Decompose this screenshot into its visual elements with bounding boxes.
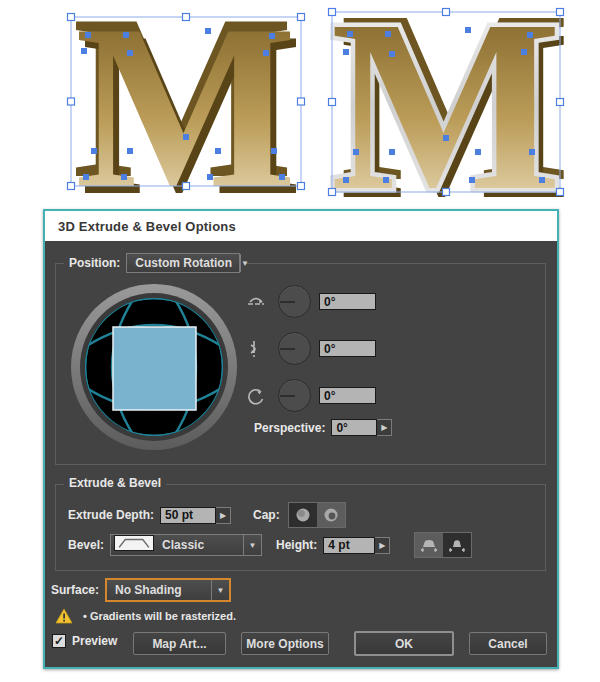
3d-extrude-bevel-dialog: 3D Extrude & Bevel Options Position: Cus… [43, 209, 559, 669]
anchor-point[interactable] [183, 134, 189, 140]
anchor-point[interactable] [389, 149, 395, 155]
bevel-row: Bevel: Classic ▼ Height: 4 pt ▶ [68, 532, 472, 558]
anchor-point[interactable] [127, 50, 133, 56]
selection-handle[interactable] [68, 98, 75, 105]
selection-handle[interactable] [183, 14, 190, 21]
anchor-point[interactable] [469, 177, 475, 183]
anchor-point[interactable] [269, 33, 275, 39]
anchor-point[interactable] [347, 31, 353, 37]
anchor-point[interactable] [207, 174, 213, 180]
selection-handle[interactable] [557, 189, 564, 196]
warning-icon [55, 608, 73, 624]
anchor-point[interactable] [279, 174, 285, 180]
anchor-point[interactable] [121, 174, 127, 180]
bevel-dropdown-value: Classic [160, 535, 243, 555]
rotate-x-field[interactable]: 0° [319, 293, 376, 310]
rotate-z-row: 0° [247, 379, 376, 412]
anchor-point[interactable] [127, 148, 133, 154]
selection-handle[interactable] [298, 14, 305, 21]
letter-object-extruded[interactable]: M M M [58, 3, 310, 203]
dialog-title: 3D Extrude & Bevel Options [45, 211, 557, 241]
bevel-classic-preview-icon [114, 535, 154, 551]
selection-handle[interactable] [329, 99, 336, 106]
anchor-point[interactable] [205, 28, 211, 34]
bevel-extent-in-icon [448, 537, 466, 553]
extrude-depth-row: Extrude Depth: 50 pt ▶ Cap: [68, 502, 346, 528]
selection-handle[interactable] [443, 9, 450, 16]
bevel-extent-out-icon [420, 537, 438, 553]
extrude-bevel-legend: Extrude & Bevel [69, 476, 161, 490]
selection-handle[interactable] [557, 99, 564, 106]
cap-hollow-button[interactable] [317, 503, 345, 527]
anchor-point[interactable] [529, 149, 535, 155]
letter-object-beveled[interactable]: M M M M [316, 0, 580, 205]
artboard: M M M M [0, 0, 600, 210]
selection-handle[interactable] [183, 183, 190, 190]
rotate-y-row: 0° [247, 332, 376, 365]
anchor-point[interactable] [343, 177, 349, 183]
rotate-x-dial[interactable] [278, 285, 311, 318]
anchor-point[interactable] [271, 148, 277, 154]
anchor-point[interactable] [83, 174, 89, 180]
rotate-x-axis-icon [247, 293, 265, 311]
anchor-point[interactable] [527, 32, 533, 38]
bevel-extent-in-button[interactable] [443, 533, 471, 557]
preview-control: ✓ Preview [52, 634, 117, 648]
surface-dropdown[interactable]: No Shading ▼ [105, 578, 231, 602]
position-dropdown[interactable]: Custom Rotation ▼ [126, 253, 240, 273]
bevel-height-spinner-button[interactable]: ▶ [375, 537, 390, 554]
anchor-point[interactable] [343, 49, 349, 55]
surface-row: Surface: No Shading ▼ [51, 578, 231, 602]
anchor-point[interactable] [263, 50, 269, 56]
extrude-depth-spinner-button[interactable]: ▶ [216, 507, 231, 524]
perspective-spinner-button[interactable]: ▶ [377, 419, 392, 436]
selection-handle[interactable] [68, 14, 75, 21]
rotate-y-dial[interactable] [278, 332, 311, 365]
anchor-point[interactable] [353, 149, 359, 155]
anchor-point[interactable] [383, 177, 389, 183]
anchor-point[interactable] [475, 149, 481, 155]
selection-handle[interactable] [329, 189, 336, 196]
rotate-z-dial[interactable] [278, 379, 311, 412]
position-dropdown-value: Custom Rotation [127, 254, 240, 272]
rotate-y-field[interactable]: 0° [319, 340, 376, 357]
selection-handle[interactable] [68, 183, 75, 190]
anchor-point[interactable] [91, 148, 97, 154]
anchor-point[interactable] [85, 32, 91, 38]
anchor-point[interactable] [465, 27, 471, 33]
cap-solid-button[interactable] [289, 503, 317, 527]
selection-handle[interactable] [329, 9, 336, 16]
selection-handle[interactable] [298, 98, 305, 105]
bevel-extent-out-button[interactable] [415, 533, 443, 557]
bevel-dropdown[interactable]: Classic ▼ [110, 534, 262, 556]
map-art-button[interactable]: Map Art... [133, 632, 226, 655]
track-cube-preview[interactable] [70, 283, 238, 451]
bevel-height-label: Height: [276, 538, 317, 552]
cancel-button[interactable]: Cancel [469, 632, 547, 655]
extrude-depth-label: Extrude Depth: [68, 508, 154, 522]
bevel-height-field[interactable]: 4 pt [323, 537, 375, 554]
selection-handle[interactable] [298, 183, 305, 190]
footer-row: ✓ Preview Map Art... More Options OK Can… [45, 630, 557, 660]
anchor-point[interactable] [215, 148, 221, 154]
rotate-z-field[interactable]: 0° [319, 387, 376, 404]
more-options-button[interactable]: More Options [241, 632, 329, 655]
ok-button[interactable]: OK [354, 631, 454, 656]
object-face-square [113, 327, 196, 410]
anchor-point[interactable] [521, 49, 527, 55]
anchor-point[interactable] [385, 31, 391, 37]
chevron-down-icon: ▼ [240, 254, 249, 272]
anchor-point[interactable] [81, 48, 87, 54]
selection-handle[interactable] [557, 9, 564, 16]
extrude-depth-field[interactable]: 50 pt [160, 507, 216, 524]
perspective-row: Perspective: 0° ▶ [254, 419, 392, 436]
anchor-point[interactable] [389, 51, 395, 57]
perspective-field[interactable]: 0° [331, 419, 377, 436]
preview-checkbox[interactable]: ✓ [52, 634, 66, 648]
selection-handle[interactable] [443, 189, 450, 196]
warning-row: • Gradients will be rasterized. [55, 608, 236, 624]
anchor-point[interactable] [123, 32, 129, 38]
anchor-point[interactable] [539, 177, 545, 183]
anchor-point[interactable] [443, 135, 449, 141]
chevron-down-icon: ▼ [243, 535, 261, 555]
